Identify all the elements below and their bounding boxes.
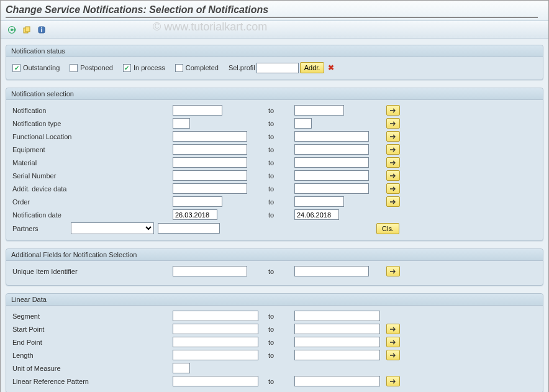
postponed-label: Postponed <box>80 64 113 71</box>
serial-number-to-input[interactable] <box>294 170 369 181</box>
addr-button[interactable]: Addr. <box>300 62 325 73</box>
info-button[interactable]: i <box>35 24 48 36</box>
outstanding-checkbox[interactable]: ✔ <box>12 64 20 72</box>
linear-reference-pattern-more-button[interactable] <box>386 376 400 386</box>
material-more-button[interactable] <box>386 157 400 168</box>
end-point-to-input[interactable] <box>294 337 380 347</box>
order-from-input[interactable] <box>173 196 222 207</box>
notification-more-button[interactable] <box>386 105 400 116</box>
unique-item-identifier-to-input[interactable] <box>294 266 369 276</box>
start-point-more-button[interactable] <box>386 324 400 334</box>
start-point-to-input[interactable] <box>294 324 380 334</box>
title-bar: Change Service Notifications: Selection … <box>1 1 548 21</box>
end-point-label: End Point <box>12 339 168 346</box>
group-title: Additional Fields for Notification Selec… <box>6 249 543 261</box>
addit-device-data-from-input[interactable] <box>173 183 247 194</box>
segment-to-input[interactable] <box>294 311 380 321</box>
end-point-more-button[interactable] <box>386 337 400 347</box>
group-title: Notification status <box>6 45 543 57</box>
segment-label: Segment <box>12 312 168 320</box>
linear-reference-pattern-label: Linear Reference Pattern <box>12 378 168 385</box>
notification-status-group: Notification status ✔ Outstanding Postpo… <box>6 45 543 80</box>
notification-type-to-input[interactable] <box>294 118 312 129</box>
partners-dropdown[interactable] <box>71 222 154 234</box>
order-more-button[interactable] <box>386 196 400 207</box>
start-point-from-input[interactable] <box>173 324 258 334</box>
notification-label: Notification <box>12 107 168 114</box>
postponed-checkbox[interactable] <box>70 64 78 72</box>
equipment-from-input[interactable] <box>173 144 247 155</box>
linear-reference-pattern-to-input[interactable] <box>294 376 380 386</box>
to-label: to <box>265 185 289 193</box>
to-label: to <box>265 107 289 114</box>
to-label: to <box>265 211 289 219</box>
length-from-input[interactable] <box>173 350 258 360</box>
serial-number-more-button[interactable] <box>386 170 400 181</box>
svg-rect-3 <box>25 27 30 32</box>
svg-text:i: i <box>41 27 43 34</box>
execute-button[interactable] <box>6 24 18 36</box>
length-to-input[interactable] <box>294 350 380 360</box>
in-process-checkbox[interactable]: ✔ <box>123 64 131 72</box>
to-label: to <box>265 268 289 275</box>
serial-number-from-input[interactable] <box>173 170 247 181</box>
to-label: to <box>265 198 289 206</box>
group-title: Linear Data <box>6 294 543 306</box>
unit-of-measure-label: Unit of Measure <box>12 365 168 372</box>
partner-value-input[interactable] <box>158 223 220 234</box>
segment-from-input[interactable] <box>173 311 258 321</box>
addit-device-data-to-input[interactable] <box>294 183 369 194</box>
completed-checkbox[interactable] <box>175 64 183 72</box>
cls-button[interactable]: Cls. <box>376 223 399 234</box>
notification-selection-group: Notification selection Notification to N… <box>6 88 543 241</box>
sel-profil-input[interactable] <box>256 63 299 73</box>
unit-of-measure-input[interactable] <box>173 363 190 373</box>
length-more-button[interactable] <box>386 350 400 360</box>
application-toolbar: i <box>1 21 548 39</box>
to-label: to <box>265 172 289 180</box>
to-label: to <box>265 133 289 140</box>
end-point-from-input[interactable] <box>173 337 258 347</box>
to-label: to <box>265 326 289 333</box>
notification-type-from-input[interactable] <box>173 118 190 129</box>
unique-item-identifier-from-input[interactable] <box>173 266 247 276</box>
addit-device-data-label: Addit. device data <box>12 185 168 193</box>
notification-type-more-button[interactable] <box>386 118 400 129</box>
order-to-input[interactable] <box>294 196 344 207</box>
notification-to-input[interactable] <box>294 105 344 116</box>
addit-device-data-more-button[interactable] <box>386 183 400 194</box>
notification-date-to-input[interactable] <box>294 209 339 220</box>
material-from-input[interactable] <box>173 157 247 168</box>
group-title: Notification selection <box>6 88 543 100</box>
functional-location-from-input[interactable] <box>173 131 247 142</box>
notification-type-label: Notification type <box>12 120 168 127</box>
to-label: to <box>265 378 289 385</box>
content-area: Notification status ✔ Outstanding Postpo… <box>1 39 548 392</box>
order-label: Order <box>12 198 168 206</box>
outstanding-label: Outstanding <box>23 64 60 71</box>
start-point-label: Start Point <box>12 326 168 333</box>
additional-fields-group: Additional Fields for Notification Selec… <box>6 248 543 286</box>
functional-location-to-input[interactable] <box>294 131 369 142</box>
serial-number-label: Serial Number <box>12 172 168 180</box>
notification-date-label: Notification date <box>12 211 168 219</box>
to-label: to <box>265 339 289 346</box>
notification-date-from-input[interactable] <box>173 209 217 220</box>
delete-profil-icon[interactable]: ✖ <box>328 63 334 72</box>
material-label: Material <box>12 159 168 166</box>
equipment-label: Equipment <box>12 146 168 153</box>
functional-location-more-button[interactable] <box>386 131 400 142</box>
to-label: to <box>265 146 289 153</box>
notification-from-input[interactable] <box>173 105 222 116</box>
to-label: to <box>265 120 289 127</box>
get-variant-button[interactable] <box>20 24 33 36</box>
linear-reference-pattern-from-input[interactable] <box>173 376 258 386</box>
functional-location-label: Functional Location <box>12 133 168 140</box>
unique-item-identifier-label: Unique Item Identifier <box>12 268 168 275</box>
unique-item-identifier-more-button[interactable] <box>386 266 400 276</box>
length-label: Length <box>12 352 168 359</box>
material-to-input[interactable] <box>294 157 369 168</box>
partners-label: Partners <box>12 225 67 232</box>
equipment-more-button[interactable] <box>386 144 400 155</box>
equipment-to-input[interactable] <box>294 144 369 155</box>
